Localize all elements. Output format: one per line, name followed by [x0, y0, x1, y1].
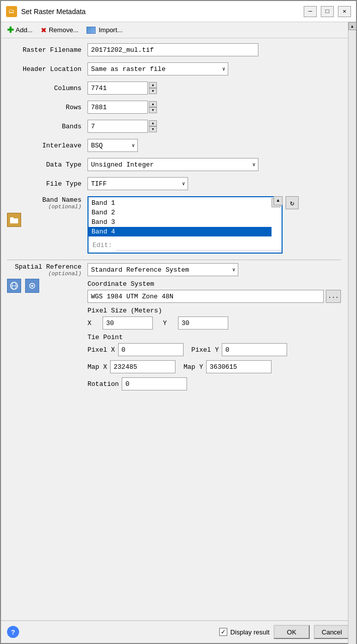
- map-x-input[interactable]: [110, 360, 175, 373]
- bands-increment[interactable]: ▲: [149, 120, 157, 126]
- spatial-right-panel: Standard Reference System Coordinate Sys…: [87, 263, 341, 394]
- coord-system-ellipsis-button[interactable]: ...: [326, 290, 341, 303]
- rows-increment[interactable]: ▲: [149, 101, 157, 107]
- coord-system-row: ...: [87, 290, 341, 303]
- interleave-select[interactable]: BSQ: [87, 139, 138, 152]
- pixel-x-input[interactable]: [103, 316, 153, 330]
- pixel-x2-label: Pixel X: [87, 346, 115, 354]
- data-type-select[interactable]: Unsigned Integer: [87, 158, 258, 171]
- data-type-label: Data Type: [7, 161, 87, 169]
- display-result-checkbox[interactable]: ✓: [219, 628, 227, 636]
- tie-point-label: Tie Point: [87, 334, 341, 341]
- band-names-section: Band Names (optional): [7, 196, 341, 254]
- svg-rect-1: [10, 217, 14, 219]
- add-button[interactable]: ✚ Add...: [7, 25, 33, 35]
- band-scroll-up[interactable]: ▲: [274, 196, 283, 205]
- spatial-icons: [7, 279, 81, 293]
- band-names-label-container: Band Names (optional): [7, 196, 87, 227]
- spatial-view-icon[interactable]: [25, 279, 39, 293]
- header-location-select[interactable]: Same as raster file: [87, 62, 228, 75]
- import-button[interactable]: Import...: [86, 26, 123, 34]
- ok-button[interactable]: OK: [274, 625, 310, 639]
- columns-decrement[interactable]: ▼: [149, 88, 157, 94]
- footer-left: ?: [7, 626, 215, 638]
- minimize-button[interactable]: —: [304, 6, 317, 17]
- rotation-label: Rotation: [87, 380, 119, 388]
- band-list-container: Band 1 Band 2 Band 3 Band 4 ▲ ▼ Edi: [87, 196, 283, 254]
- reference-system-select[interactable]: Standard Reference System: [87, 263, 238, 276]
- bands-row: Bands ▲ ▼: [7, 120, 341, 133]
- pixel-y2-input[interactable]: [222, 343, 287, 356]
- file-type-label: File Type: [7, 180, 87, 188]
- scrollbar[interactable]: ▲ ▼: [348, 22, 356, 644]
- add-label: Add...: [16, 26, 33, 34]
- band-folder-icon[interactable]: [7, 213, 21, 227]
- band-item-2[interactable]: Band 2: [88, 208, 272, 217]
- title-controls: — □ ✕: [304, 6, 351, 17]
- pixel-y-input[interactable]: [178, 316, 228, 330]
- bands-input[interactable]: [87, 120, 148, 133]
- display-result-row: ✓ Display result: [219, 628, 270, 636]
- remove-button[interactable]: ✖ Remove...: [41, 26, 78, 34]
- close-button[interactable]: ✕: [338, 6, 351, 17]
- rows-input[interactable]: [87, 101, 148, 114]
- columns-input[interactable]: [87, 82, 148, 95]
- file-type-select[interactable]: TIFF: [87, 177, 188, 190]
- help-button[interactable]: ?: [7, 626, 19, 638]
- data-type-row: Data Type Unsigned Integer: [7, 158, 341, 171]
- band-edit-input[interactable]: [116, 239, 282, 251]
- interleave-label: Interleave: [7, 142, 87, 149]
- footer: ? ✓ Display result OK Cancel: [1, 620, 356, 643]
- bands-spinner-btns: ▲ ▼: [149, 120, 157, 132]
- toolbar: ✚ Add... ✖ Remove... Import...: [1, 22, 356, 38]
- coord-system-input[interactable]: [87, 290, 324, 303]
- bands-decrement[interactable]: ▼: [149, 126, 157, 132]
- rotation-input[interactable]: [122, 377, 187, 390]
- scroll-up-arrow[interactable]: ▲: [348, 22, 356, 30]
- band-list-area: Band 1 Band 2 Band 3 Band 4 ▲ ▼ Edi: [87, 196, 283, 254]
- band-names-list: Band 1 Band 2 Band 3 Band 4: [88, 197, 272, 237]
- title-bar: 🗂 Set Raster Metadata — □ ✕: [1, 1, 356, 22]
- rows-decrement[interactable]: ▼: [149, 107, 157, 113]
- raster-filename-input[interactable]: [87, 43, 258, 56]
- data-type-select-wrapper: Unsigned Integer: [87, 158, 258, 171]
- map-y-input[interactable]: [206, 360, 272, 373]
- header-location-select-wrapper: Same as raster file: [87, 62, 228, 75]
- cancel-button[interactable]: Cancel: [314, 625, 350, 639]
- interleave-row: Interleave BSQ: [7, 139, 341, 152]
- band-item-1[interactable]: Band 1: [88, 198, 272, 208]
- svg-point-6: [31, 285, 33, 287]
- refresh-button[interactable]: ↻: [286, 196, 299, 209]
- spatial-label: Spatial Reference: [7, 263, 81, 271]
- bands-label: Bands: [7, 123, 87, 130]
- spatial-label-container: Spatial Reference (optional): [7, 263, 87, 293]
- band-item-4[interactable]: Band 4: [88, 227, 272, 236]
- maximize-button[interactable]: □: [321, 6, 334, 17]
- pixel-x2-input[interactable]: [118, 343, 184, 356]
- band-names-label: Band Names: [7, 196, 81, 204]
- rows-spinner-btns: ▲ ▼: [149, 101, 157, 113]
- map-x-label: Map X: [87, 363, 107, 371]
- band-list-wrapper: Band 1 Band 2 Band 3 Band 4 ▲ ▼ Edi: [87, 196, 283, 254]
- band-edit-label: Edit:: [88, 242, 116, 249]
- import-icon: [86, 27, 96, 34]
- tiepoint-map-row: Map X Map Y: [87, 360, 341, 373]
- map-y-label: Map Y: [184, 363, 203, 371]
- rows-spinner: ▲ ▼: [87, 101, 157, 114]
- remove-icon: ✖: [41, 26, 47, 34]
- band-item-3[interactable]: Band 3: [88, 217, 272, 227]
- display-result-label: Display result: [230, 628, 270, 636]
- pixel-size-label: Pixel Size (Meters): [87, 307, 341, 314]
- spatial-select-row: Standard Reference System: [87, 263, 341, 276]
- pixel-y2-label: Pixel Y: [192, 346, 219, 354]
- add-icon: ✚: [7, 25, 14, 35]
- rows-row: Rows ▲ ▼: [7, 101, 341, 114]
- band-scroll-btns: ▲ ▼: [272, 197, 282, 237]
- window-icon: 🗂: [6, 6, 17, 17]
- pixel-xy-row: X Y: [87, 316, 341, 330]
- raster-filename-row: Raster Filename: [7, 43, 341, 56]
- columns-increment[interactable]: ▲: [149, 82, 157, 88]
- band-icons: [7, 213, 81, 227]
- spatial-globe-icon[interactable]: [7, 279, 21, 293]
- rotation-row: Rotation: [87, 377, 341, 390]
